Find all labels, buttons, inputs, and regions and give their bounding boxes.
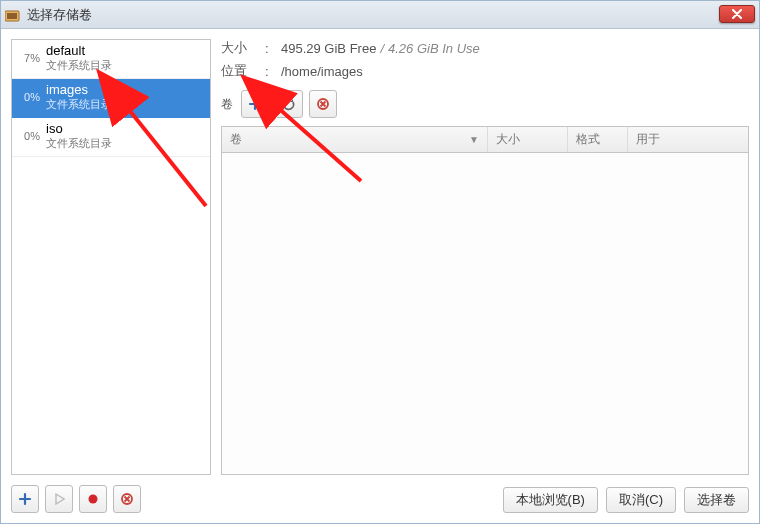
pool-subtype: 文件系统目录 (46, 136, 112, 151)
pool-location: /home/images (281, 64, 363, 79)
cancel-button[interactable]: 取消(C) (606, 487, 676, 513)
col-size[interactable]: 大小 (488, 127, 568, 152)
pool-name: default (46, 43, 112, 58)
volumes-table[interactable]: 卷 ▼ 大小 格式 用于 (221, 126, 749, 475)
close-icon (731, 9, 743, 19)
volume-detail-panel: 大小 : 495.29 GiB Free / 4.26 GiB In Use 位… (221, 39, 749, 475)
svg-rect-1 (7, 13, 17, 19)
add-volume-button[interactable] (241, 90, 269, 118)
app-icon (5, 8, 21, 22)
in-use-space: 4.26 GiB In Use (388, 41, 480, 56)
location-row: 位置 : /home/images (221, 62, 749, 80)
pool-item-images[interactable]: 0% images 文件系统目录 (12, 79, 210, 118)
volume-toolbar: 卷 (221, 90, 749, 118)
delete-pool-button[interactable] (113, 485, 141, 513)
add-pool-button[interactable] (11, 485, 39, 513)
window-title: 选择存储卷 (27, 6, 92, 24)
titlebar: 选择存储卷 (1, 1, 759, 29)
stop-pool-button[interactable] (79, 485, 107, 513)
svg-point-3 (89, 495, 98, 504)
pool-item-default[interactable]: 7% default 文件系统目录 (12, 40, 210, 79)
close-button[interactable] (719, 5, 755, 23)
pool-name: iso (46, 121, 112, 136)
volumes-table-header: 卷 ▼ 大小 格式 用于 (222, 127, 748, 153)
delete-icon (316, 97, 330, 111)
refresh-icon (282, 97, 296, 111)
record-icon (87, 493, 99, 505)
pool-subtype: 文件系统目录 (46, 58, 112, 73)
sort-indicator-icon: ▼ (469, 134, 479, 145)
pool-toolbar (11, 485, 141, 513)
col-name[interactable]: 卷 ▼ (222, 127, 488, 152)
browse-local-button[interactable]: 本地浏览(B) (503, 487, 598, 513)
storage-pools-panel: 7% default 文件系统目录 0% images 文件系统目录 0% (11, 39, 211, 475)
free-space: 495.29 GiB Free (281, 41, 376, 56)
volumes-table-body (222, 153, 748, 474)
size-row: 大小 : 495.29 GiB Free / 4.26 GiB In Use (221, 39, 749, 57)
delete-volume-button[interactable] (309, 90, 337, 118)
plus-icon (18, 492, 32, 506)
plus-icon (248, 97, 262, 111)
choose-volume-button[interactable]: 选择卷 (684, 487, 749, 513)
pool-item-iso[interactable]: 0% iso 文件系统目录 (12, 118, 210, 157)
pool-name: images (46, 82, 112, 97)
col-usedby[interactable]: 用于 (628, 127, 748, 152)
start-pool-button[interactable] (45, 485, 73, 513)
play-icon (53, 493, 65, 505)
storage-pools-list[interactable]: 7% default 文件系统目录 0% images 文件系统目录 0% (11, 39, 211, 475)
refresh-volumes-button[interactable] (275, 90, 303, 118)
delete-icon (120, 492, 134, 506)
col-format[interactable]: 格式 (568, 127, 628, 152)
pool-subtype: 文件系统目录 (46, 97, 112, 112)
dialog-actions: 本地浏览(B) 取消(C) 选择卷 (503, 487, 749, 513)
